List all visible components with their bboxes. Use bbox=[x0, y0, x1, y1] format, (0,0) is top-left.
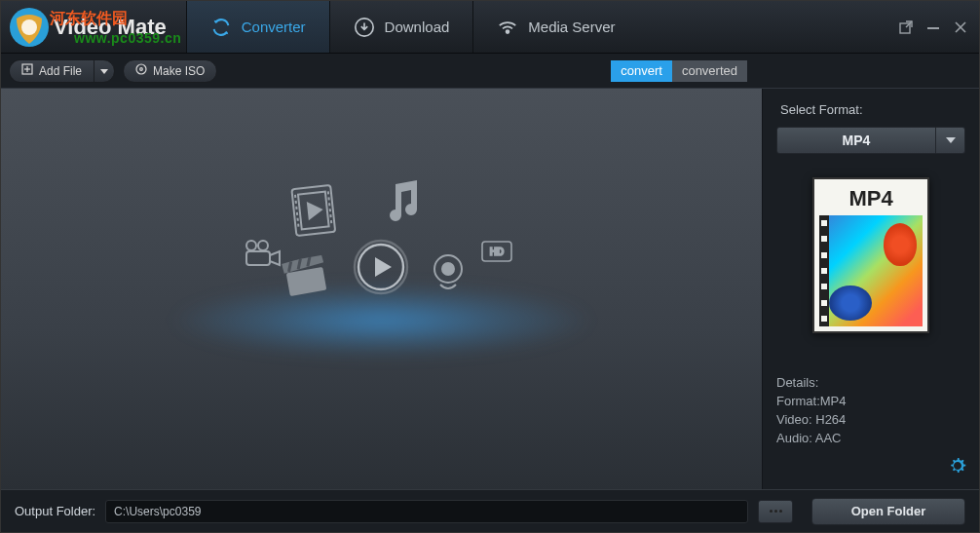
details-audio: Audio: AAC bbox=[776, 430, 965, 448]
app-title: Video Mate bbox=[54, 15, 167, 40]
add-file-icon bbox=[21, 63, 33, 78]
main-tabs: Converter Download Media Server bbox=[186, 1, 639, 53]
svg-marker-12 bbox=[100, 69, 108, 74]
format-preview-card: MP4 bbox=[812, 177, 929, 333]
svg-rect-27 bbox=[285, 267, 326, 296]
svg-point-33 bbox=[442, 263, 454, 275]
add-file-button[interactable]: Add File bbox=[9, 59, 94, 83]
bottombar: Output Folder: Open Folder bbox=[1, 489, 979, 532]
tab-converter[interactable]: Converter bbox=[186, 1, 329, 53]
select-format-label: Select Format: bbox=[780, 102, 965, 117]
output-folder-label: Output Folder: bbox=[15, 504, 95, 518]
svg-point-1 bbox=[21, 19, 37, 35]
webcam-icon bbox=[431, 253, 466, 298]
placeholder-icons: HD bbox=[177, 161, 586, 336]
tab-media-server[interactable]: Media Server bbox=[472, 1, 638, 53]
tab-label: Download bbox=[385, 19, 450, 35]
format-dropdown-arrow[interactable] bbox=[936, 127, 965, 154]
svg-marker-17 bbox=[375, 257, 392, 277]
tab-label: Media Server bbox=[528, 19, 615, 35]
empty-canvas: HD bbox=[1, 89, 763, 489]
details-title: Details: bbox=[776, 374, 965, 393]
add-file-group: Add File bbox=[9, 59, 115, 83]
clapperboard-icon bbox=[281, 255, 330, 303]
svg-rect-25 bbox=[246, 251, 270, 265]
minimize-icon[interactable] bbox=[924, 19, 942, 36]
chevron-down-icon bbox=[946, 136, 956, 144]
tab-label: Converter bbox=[242, 19, 306, 35]
svg-line-5 bbox=[906, 21, 912, 27]
toolbar: Add File Make ISO convert converted bbox=[1, 54, 979, 89]
output-folder-input[interactable] bbox=[105, 500, 748, 523]
settings-button[interactable] bbox=[948, 456, 967, 479]
main-area: HD Select Format: MP4 MP4 Details: Forma… bbox=[1, 89, 979, 489]
details-video: Video: H264 bbox=[776, 411, 965, 430]
window-controls bbox=[897, 19, 979, 36]
refresh-icon bbox=[210, 17, 232, 38]
svg-point-13 bbox=[136, 64, 146, 74]
format-dropdown: MP4 bbox=[776, 127, 965, 154]
svg-point-24 bbox=[258, 241, 268, 250]
gear-icon bbox=[948, 456, 967, 476]
disc-icon bbox=[135, 63, 147, 78]
seg-convert[interactable]: convert bbox=[611, 60, 672, 82]
titlebar: Video Mate 河东软件园 www.pc0359.cn Converter… bbox=[1, 1, 979, 54]
sidebar: Select Format: MP4 MP4 Details: Format:M… bbox=[763, 89, 979, 489]
make-iso-button[interactable]: Make ISO bbox=[123, 59, 217, 83]
format-card-image bbox=[819, 215, 923, 326]
format-dropdown-button[interactable]: MP4 bbox=[776, 127, 936, 154]
browse-button[interactable] bbox=[758, 500, 793, 523]
format-details: Details: Format:MP4 Video: H264 Audio: A… bbox=[776, 374, 965, 447]
make-iso-label: Make ISO bbox=[153, 64, 205, 78]
svg-marker-36 bbox=[946, 137, 956, 143]
logo-icon bbox=[7, 5, 52, 50]
convert-toggle: convert converted bbox=[611, 60, 747, 82]
svg-marker-26 bbox=[270, 251, 280, 265]
format-card-label: MP4 bbox=[819, 184, 923, 215]
svg-point-23 bbox=[246, 241, 256, 250]
svg-marker-20 bbox=[307, 203, 321, 219]
svg-point-3 bbox=[507, 30, 509, 33]
svg-text:HD: HD bbox=[489, 247, 503, 257]
camcorder-icon bbox=[244, 239, 283, 272]
svg-point-14 bbox=[140, 68, 143, 71]
wifi-icon bbox=[497, 17, 518, 38]
close-icon[interactable] bbox=[952, 19, 969, 36]
chevron-down-icon bbox=[100, 67, 108, 75]
popout-icon[interactable] bbox=[897, 19, 915, 36]
film-icon bbox=[289, 183, 338, 242]
add-file-label: Add File bbox=[39, 64, 82, 78]
seg-converted[interactable]: converted bbox=[672, 60, 747, 82]
app-logo: Video Mate bbox=[1, 5, 178, 50]
music-note-icon bbox=[382, 178, 423, 229]
download-icon bbox=[354, 17, 375, 38]
tab-download[interactable]: Download bbox=[329, 1, 473, 53]
add-file-dropdown[interactable] bbox=[94, 59, 115, 83]
play-circle-icon bbox=[353, 239, 409, 299]
hd-icon: HD bbox=[481, 241, 512, 266]
open-folder-button[interactable]: Open Folder bbox=[811, 498, 965, 525]
details-format: Format:MP4 bbox=[776, 393, 965, 411]
